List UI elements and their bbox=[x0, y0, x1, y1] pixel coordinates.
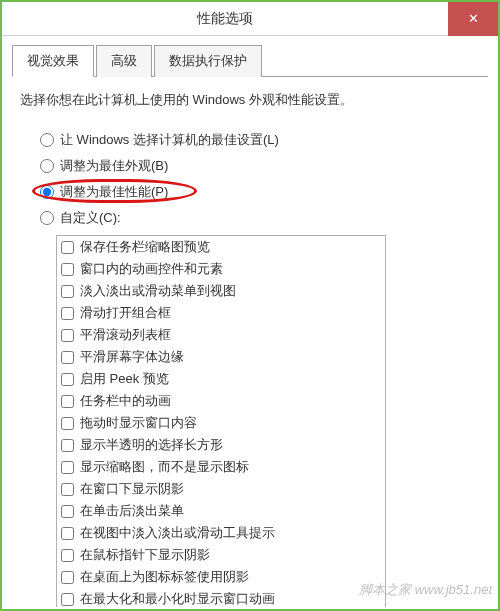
close-button[interactable]: ✕ bbox=[448, 2, 498, 36]
checkbox-input[interactable] bbox=[61, 373, 74, 386]
checkbox-input[interactable] bbox=[61, 593, 74, 606]
checkbox-input[interactable] bbox=[61, 307, 74, 320]
tab-panel: 选择你想在此计算机上使用的 Windows 外观和性能设置。 让 Windows… bbox=[12, 77, 488, 607]
radio-label: 调整为最佳性能(P) bbox=[60, 183, 168, 201]
checkbox-input[interactable] bbox=[61, 527, 74, 540]
radio-custom[interactable]: 自定义(C): bbox=[40, 209, 480, 227]
tab-dep[interactable]: 数据执行保护 bbox=[154, 45, 262, 77]
radio-label: 让 Windows 选择计算机的最佳设置(L) bbox=[60, 131, 279, 149]
checkbox-row[interactable]: 在桌面上为图标标签使用阴影 bbox=[57, 566, 385, 588]
checkbox-input[interactable] bbox=[61, 417, 74, 430]
checkbox-label: 拖动时显示窗口内容 bbox=[80, 414, 197, 432]
description-text: 选择你想在此计算机上使用的 Windows 外观和性能设置。 bbox=[20, 91, 480, 109]
titlebar: 性能选项 ✕ bbox=[2, 2, 498, 36]
checkbox-label: 在鼠标指针下显示阴影 bbox=[80, 546, 210, 564]
checkbox-row[interactable]: 在视图中淡入淡出或滑动工具提示 bbox=[57, 522, 385, 544]
checkbox-label: 在单击后淡出菜单 bbox=[80, 502, 184, 520]
radio-label: 自定义(C): bbox=[60, 209, 121, 227]
checkbox-row[interactable]: 拖动时显示窗口内容 bbox=[57, 412, 385, 434]
checkbox-label: 显示缩略图，而不是显示图标 bbox=[80, 458, 249, 476]
checkbox-label: 在窗口下显示阴影 bbox=[80, 480, 184, 498]
checkbox-list[interactable]: 保存任务栏缩略图预览窗口内的动画控件和元素淡入淡出或滑动菜单到视图滑动打开组合框… bbox=[56, 235, 386, 607]
checkbox-row[interactable]: 任务栏中的动画 bbox=[57, 390, 385, 412]
checkbox-label: 平滑屏幕字体边缘 bbox=[80, 348, 184, 366]
window-body: 视觉效果 高级 数据执行保护 选择你想在此计算机上使用的 Windows 外观和… bbox=[2, 36, 498, 609]
checkbox-label: 平滑滚动列表框 bbox=[80, 326, 171, 344]
checkbox-input[interactable] bbox=[61, 505, 74, 518]
radio-input[interactable] bbox=[40, 185, 54, 199]
checkbox-input[interactable] bbox=[61, 395, 74, 408]
checkbox-input[interactable] bbox=[61, 351, 74, 364]
radio-best-performance[interactable]: 调整为最佳性能(P) bbox=[40, 183, 480, 201]
radio-input[interactable] bbox=[40, 159, 54, 173]
checkbox-row[interactable]: 在最大化和最小化时显示窗口动画 bbox=[57, 588, 385, 607]
checkbox-label: 在桌面上为图标标签使用阴影 bbox=[80, 568, 249, 586]
radio-let-windows[interactable]: 让 Windows 选择计算机的最佳设置(L) bbox=[40, 131, 480, 149]
close-icon: ✕ bbox=[468, 11, 479, 26]
checkbox-label: 启用 Peek 预览 bbox=[80, 370, 169, 388]
checkbox-row[interactable]: 保存任务栏缩略图预览 bbox=[57, 236, 385, 258]
checkbox-label: 任务栏中的动画 bbox=[80, 392, 171, 410]
checkbox-input[interactable] bbox=[61, 329, 74, 342]
checkbox-input[interactable] bbox=[61, 263, 74, 276]
checkbox-row[interactable]: 在单击后淡出菜单 bbox=[57, 500, 385, 522]
checkbox-label: 窗口内的动画控件和元素 bbox=[80, 260, 223, 278]
checkbox-input[interactable] bbox=[61, 285, 74, 298]
checkbox-label: 淡入淡出或滑动菜单到视图 bbox=[80, 282, 236, 300]
checkbox-row[interactable]: 滑动打开组合框 bbox=[57, 302, 385, 324]
checkbox-input[interactable] bbox=[61, 571, 74, 584]
tab-strip: 视觉效果 高级 数据执行保护 bbox=[12, 44, 488, 77]
tab-visual-effects[interactable]: 视觉效果 bbox=[12, 45, 94, 77]
checkbox-input[interactable] bbox=[61, 483, 74, 496]
window-title: 性能选项 bbox=[2, 10, 448, 28]
checkbox-label: 在视图中淡入淡出或滑动工具提示 bbox=[80, 524, 275, 542]
radio-best-appearance[interactable]: 调整为最佳外观(B) bbox=[40, 157, 480, 175]
checkbox-row[interactable]: 显示缩略图，而不是显示图标 bbox=[57, 456, 385, 478]
checkbox-row[interactable]: 在鼠标指针下显示阴影 bbox=[57, 544, 385, 566]
checkbox-row[interactable]: 在窗口下显示阴影 bbox=[57, 478, 385, 500]
checkbox-input[interactable] bbox=[61, 439, 74, 452]
checkbox-label: 在最大化和最小化时显示窗口动画 bbox=[80, 590, 275, 607]
checkbox-input[interactable] bbox=[61, 241, 74, 254]
performance-options-window: 性能选项 ✕ 视觉效果 高级 数据执行保护 选择你想在此计算机上使用的 Wind… bbox=[0, 0, 500, 611]
radio-group: 让 Windows 选择计算机的最佳设置(L) 调整为最佳外观(B) 调整为最佳… bbox=[40, 131, 480, 227]
checkbox-row[interactable]: 启用 Peek 预览 bbox=[57, 368, 385, 390]
checkbox-row[interactable]: 窗口内的动画控件和元素 bbox=[57, 258, 385, 280]
checkbox-row[interactable]: 平滑屏幕字体边缘 bbox=[57, 346, 385, 368]
checkbox-label: 滑动打开组合框 bbox=[80, 304, 171, 322]
checkbox-label: 保存任务栏缩略图预览 bbox=[80, 238, 210, 256]
checkbox-input[interactable] bbox=[61, 461, 74, 474]
checkbox-row[interactable]: 显示半透明的选择长方形 bbox=[57, 434, 385, 456]
checkbox-input[interactable] bbox=[61, 549, 74, 562]
checkbox-row[interactable]: 淡入淡出或滑动菜单到视图 bbox=[57, 280, 385, 302]
tab-advanced[interactable]: 高级 bbox=[96, 45, 152, 77]
checkbox-label: 显示半透明的选择长方形 bbox=[80, 436, 223, 454]
checkbox-row[interactable]: 平滑滚动列表框 bbox=[57, 324, 385, 346]
radio-label: 调整为最佳外观(B) bbox=[60, 157, 168, 175]
radio-input[interactable] bbox=[40, 133, 54, 147]
radio-input[interactable] bbox=[40, 211, 54, 225]
